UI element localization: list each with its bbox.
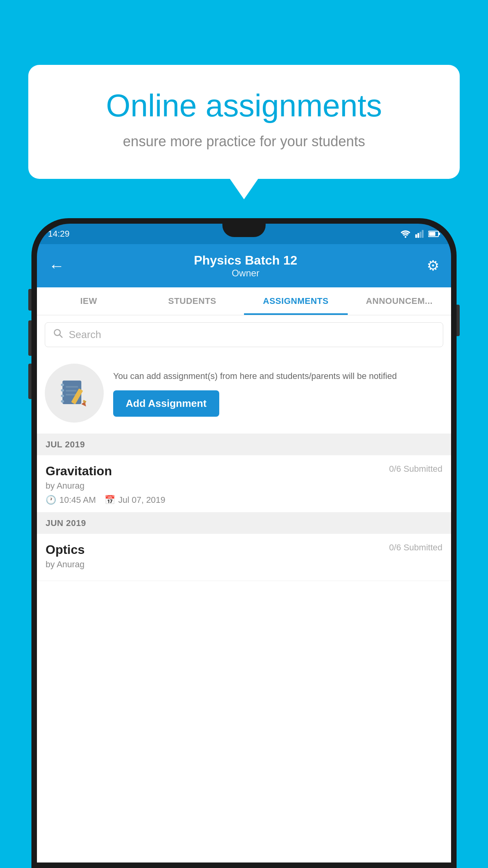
promo-icon-circle (45, 364, 104, 423)
wifi-icon (400, 230, 411, 238)
tab-iew[interactable]: IEW (37, 287, 141, 315)
add-assignment-button[interactable]: Add Assignment (113, 390, 219, 417)
assignment-title: Gravitation (46, 464, 112, 478)
phone-notch (222, 224, 266, 237)
tabs-bar: IEW STUDENTS ASSIGNMENTS ANNOUNCEM... (37, 287, 451, 315)
assignment-title-optics: Optics (46, 542, 85, 557)
speech-bubble-subtitle: ensure more practice for your students (56, 132, 432, 151)
assignment-item-header-optics: Optics 0/6 Submitted (46, 542, 442, 557)
tab-students[interactable]: STUDENTS (141, 287, 244, 315)
svg-line-9 (60, 335, 62, 338)
signal-icon (415, 230, 424, 238)
assignment-time: 10:45 AM (59, 495, 96, 505)
promo-block: You can add assignment(s) from here and … (37, 354, 451, 434)
svg-rect-16 (66, 390, 77, 392)
assignment-item-optics[interactable]: Optics 0/6 Submitted by Anurag (37, 534, 451, 581)
assignment-submitted-optics: 0/6 Submitted (389, 542, 442, 553)
assignment-meta: 🕐 10:45 AM 📅 Jul 07, 2019 (46, 495, 442, 505)
svg-rect-14 (61, 400, 64, 403)
search-placeholder: Search (69, 329, 101, 341)
settings-icon[interactable]: ⚙ (427, 257, 439, 274)
svg-rect-6 (429, 232, 435, 236)
speech-bubble-title: Online assignments (56, 88, 432, 123)
status-bar-time: 14:29 (48, 229, 70, 239)
svg-rect-3 (420, 232, 421, 238)
search-bar[interactable]: Search (45, 322, 443, 347)
svg-rect-11 (61, 384, 64, 386)
screen-content: Search (37, 315, 451, 862)
assignment-item-header: Gravitation 0/6 Submitted (46, 464, 442, 478)
meta-time: 🕐 10:45 AM (46, 495, 96, 505)
speech-bubble: Online assignments ensure more practice … (28, 65, 460, 179)
clock-icon: 🕐 (46, 495, 56, 505)
promo-description: You can add assignment(s) from here and … (113, 370, 443, 383)
app-bar-title: Physics Batch 12 (194, 253, 297, 268)
phone-volume-up-button (28, 289, 31, 311)
svg-rect-2 (417, 233, 419, 238)
svg-point-8 (54, 329, 60, 335)
svg-rect-7 (439, 233, 440, 235)
svg-rect-4 (422, 230, 424, 238)
assignment-submitted: 0/6 Submitted (389, 464, 442, 474)
promo-text-block: You can add assignment(s) from here and … (113, 370, 443, 417)
phone-screen: 14:29 (37, 224, 451, 862)
battery-icon (428, 230, 440, 237)
assignment-date: Jul 07, 2019 (118, 495, 165, 505)
assignment-by: by Anurag (46, 481, 442, 491)
search-icon (53, 328, 63, 341)
meta-date: 📅 Jul 07, 2019 (105, 495, 165, 505)
svg-point-0 (405, 236, 406, 238)
section-header-jun: JUN 2019 (37, 513, 451, 534)
speech-bubble-container: Online assignments ensure more practice … (28, 65, 460, 179)
app-bar-subtitle: Owner (194, 268, 297, 279)
assignment-item-gravitation[interactable]: Gravitation 0/6 Submitted by Anurag 🕐 10… (37, 455, 451, 513)
section-header-jul: JUL 2019 (37, 434, 451, 455)
calendar-icon: 📅 (105, 495, 115, 505)
search-bar-container: Search (37, 315, 451, 354)
phone-silent-button (28, 364, 31, 399)
tab-announcements[interactable]: ANNOUNCEM... (348, 287, 451, 315)
assignment-icon (59, 377, 90, 409)
back-button[interactable]: ← (49, 257, 64, 275)
app-bar-title-block: Physics Batch 12 Owner (194, 253, 297, 279)
status-bar-icons (400, 230, 440, 238)
phone-frame: 14:29 (31, 218, 457, 868)
phone-volume-down-button (28, 320, 31, 356)
assignment-by-optics: by Anurag (46, 559, 442, 570)
svg-rect-12 (61, 389, 64, 392)
status-bar: 14:29 (37, 224, 451, 244)
svg-rect-1 (415, 234, 417, 238)
app-bar: ← Physics Batch 12 Owner ⚙ (37, 244, 451, 287)
phone-power-button (457, 305, 460, 336)
svg-rect-15 (66, 386, 78, 388)
tab-assignments[interactable]: ASSIGNMENTS (244, 287, 348, 315)
svg-rect-13 (61, 395, 64, 397)
